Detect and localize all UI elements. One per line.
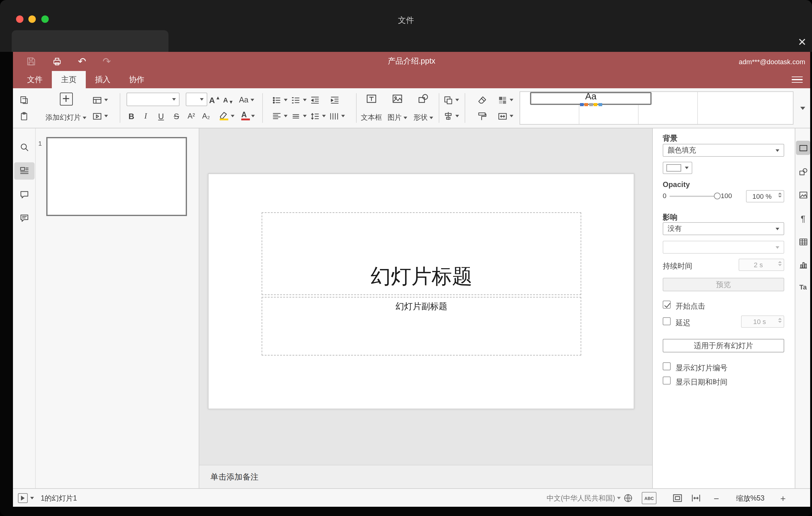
start-slideshow-statusbar-button[interactable] — [18, 493, 28, 503]
clear-style-button[interactable] — [475, 93, 489, 107]
copy-button[interactable] — [17, 93, 31, 107]
vertical-align-button[interactable] — [289, 109, 308, 123]
tab-file[interactable]: 文件 — [18, 71, 52, 88]
font-name-select[interactable] — [126, 93, 179, 106]
color-scheme-button[interactable] — [495, 93, 515, 107]
line-spacing-button[interactable] — [309, 109, 327, 123]
align-shape-button[interactable] — [441, 109, 460, 123]
title-placeholder[interactable]: 幻灯片标题 — [262, 212, 581, 295]
search-button[interactable] — [19, 141, 30, 153]
subscript-button[interactable]: A₂ — [200, 109, 212, 123]
thumbnail-number: 1 — [38, 140, 42, 147]
slides-panel-button[interactable] — [19, 165, 30, 176]
theme-sample-text: Aa — [585, 91, 597, 101]
chat-button[interactable] — [19, 212, 30, 224]
superscript-button[interactable]: A² — [185, 109, 198, 123]
italic-button[interactable]: I — [140, 109, 152, 123]
effect-type-select[interactable] — [663, 241, 784, 254]
start-slideshow-button[interactable] — [90, 109, 110, 123]
zoom-out-button[interactable]: − — [712, 489, 721, 507]
font-color-button[interactable]: A — [237, 109, 257, 123]
duration-input[interactable]: 2 s — [738, 259, 784, 271]
opacity-label: Opacity — [663, 180, 690, 189]
slide-size-button[interactable] — [495, 109, 515, 123]
duration-label: 持续时间 — [663, 261, 692, 271]
columns-button[interactable] — [327, 109, 346, 123]
spellcheck-language-button[interactable] — [623, 493, 633, 504]
fit-to-width-button[interactable] — [691, 492, 701, 505]
paste-button[interactable] — [17, 109, 31, 123]
decrease-indent-button[interactable] — [308, 93, 321, 107]
subtitle-placeholder[interactable]: 幻灯片副标题 — [262, 297, 581, 355]
start-on-click-checkbox[interactable] — [663, 300, 671, 309]
insert-shape-button[interactable]: 形状 — [411, 90, 435, 125]
insert-image-button[interactable]: 图片 — [386, 90, 409, 125]
textart-settings-tab[interactable]: Ta — [797, 281, 809, 292]
background-fill-select[interactable]: 颜色填充 — [663, 144, 784, 157]
paragraph-settings-tab[interactable]: ¶ — [797, 212, 809, 224]
spinner-arrows-icon[interactable] — [778, 261, 782, 266]
chevron-down-icon[interactable] — [617, 497, 621, 499]
strikethrough-button[interactable]: S — [170, 109, 183, 123]
opacity-slider-track[interactable] — [669, 196, 718, 197]
delay-input[interactable]: 10 s — [741, 315, 784, 328]
opacity-value-input[interactable]: 100 % — [746, 190, 784, 202]
table-settings-tab[interactable] — [797, 236, 809, 248]
decrease-font-button[interactable]: A▼ — [222, 93, 235, 107]
language-selector[interactable]: 中文(中华人民共和国) — [547, 489, 615, 507]
show-date-time-checkbox[interactable] — [663, 376, 671, 384]
background-color-picker[interactable] — [663, 162, 692, 174]
theme-option-selected[interactable]: Aa — [530, 92, 651, 105]
increase-font-button[interactable]: A▲ — [208, 93, 222, 107]
insert-textbox-button[interactable]: 文本框 — [359, 90, 384, 125]
tab-home[interactable]: 主页 — [52, 71, 86, 88]
font-size-select[interactable] — [186, 93, 207, 106]
spinner-arrows-icon[interactable] — [778, 318, 782, 323]
menu-hamburger-icon[interactable] — [792, 74, 803, 85]
shape-settings-tab[interactable] — [797, 165, 809, 177]
add-slide-button[interactable]: + 添加幻灯片 — [42, 90, 89, 125]
delay-checkbox[interactable] — [663, 317, 671, 325]
slide-settings-tab[interactable] — [797, 142, 809, 154]
slide-layout-button[interactable] — [90, 93, 110, 107]
spellcheck-button[interactable]: ABC — [642, 492, 657, 504]
chevron-down-icon[interactable] — [30, 497, 34, 499]
tab-collaboration[interactable]: 协作 — [120, 71, 154, 88]
numbering-button[interactable] — [289, 93, 308, 107]
fit-to-slide-button[interactable] — [672, 492, 683, 505]
theme-gallery-expand-button[interactable] — [795, 91, 810, 125]
highlight-color-button[interactable] — [216, 109, 236, 123]
spinner-arrows-icon[interactable] — [778, 193, 782, 198]
arrange-shape-button[interactable] — [441, 93, 460, 107]
zoom-in-button[interactable]: + — [778, 489, 788, 507]
slide-editor[interactable]: 幻灯片标题 幻灯片副标题 — [208, 173, 634, 409]
preview-button[interactable]: 预览 — [663, 278, 784, 291]
textbox-label: 文本框 — [361, 113, 382, 122]
slide-indicator: 1的幻灯片1 — [41, 489, 77, 507]
slide-settings-panel: 背景 颜色填充 Opacity 0 100 100 % 影响 没有 — [652, 128, 795, 488]
image-settings-tab[interactable] — [797, 189, 809, 201]
bold-button[interactable]: B — [125, 109, 138, 123]
copy-style-button[interactable] — [475, 109, 489, 123]
comments-button[interactable] — [19, 189, 30, 201]
vertical-align-icon — [291, 111, 301, 121]
notes-area[interactable]: 单击添加备注 — [199, 465, 652, 488]
apply-to-all-slides-button[interactable]: 适用于所有幻灯片 — [663, 339, 784, 352]
tab-insert[interactable]: 插入 — [86, 71, 120, 88]
spellcheck-icon: ABC — [644, 496, 654, 500]
textart-icon: Ta — [799, 283, 807, 290]
play-icon — [21, 496, 25, 500]
close-icon[interactable]: ✕ — [795, 34, 810, 49]
increase-indent-button[interactable] — [328, 93, 341, 107]
opacity-slider-knob[interactable] — [714, 193, 721, 199]
horizontal-align-button[interactable] — [270, 109, 289, 123]
underline-button[interactable]: U — [155, 109, 167, 123]
theme-color-swatches — [580, 103, 602, 106]
effect-select[interactable]: 没有 — [663, 222, 784, 235]
window-title: 文件 — [0, 15, 812, 26]
change-case-button[interactable]: Aa — [236, 93, 257, 107]
bullets-button[interactable] — [270, 93, 289, 107]
chart-settings-tab[interactable] — [797, 259, 809, 270]
slide-thumbnail-1[interactable] — [46, 137, 187, 216]
show-slide-number-checkbox[interactable] — [663, 362, 671, 370]
